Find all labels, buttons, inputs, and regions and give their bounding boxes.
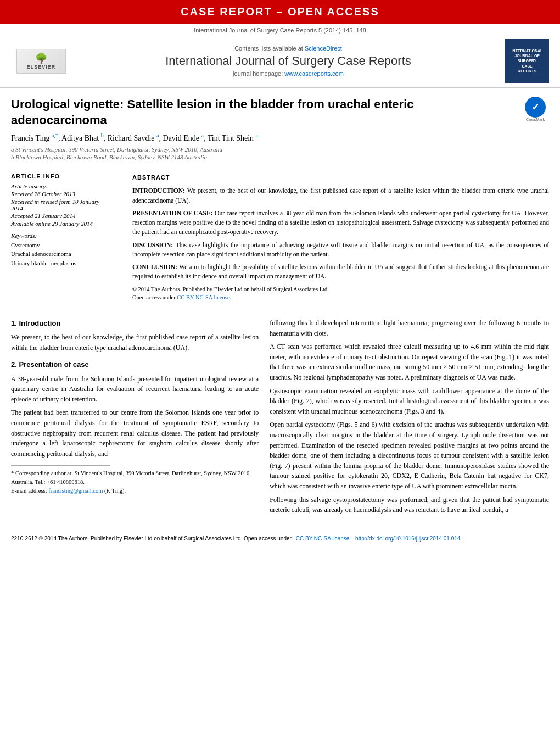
abstract-case: PRESENTATION OF CASE: Our case report in… — [132, 209, 549, 237]
right-text: following this had developed intermitten… — [270, 318, 549, 515]
article-info-divider — [121, 173, 121, 302]
abstract-label: ABSTRACT — [132, 173, 549, 182]
main-content: 1. Introduction We present, to the best … — [0, 309, 560, 531]
keywords-section: Keywords: Cystectomy Urachal adenocarcin… — [11, 232, 110, 268]
footer-doi-link[interactable]: http://dx.doi.org/10.1016/j.ijscr.2014.0… — [355, 535, 460, 542]
footnote-divider — [11, 465, 110, 466]
received-date: Received 26 October 2013 — [11, 191, 110, 197]
left-column: 1. Introduction We present, to the best … — [11, 318, 259, 522]
copyright: © 2014 The Authors. Published by Elsevie… — [132, 285, 549, 303]
section2-heading: 2. Presentation of case — [11, 359, 259, 370]
journal-homepage-link[interactable]: www.casereports.com — [284, 70, 344, 77]
keyword-1: Cystectomy — [11, 241, 110, 250]
section2-text: A 38-year-old male from the Solomon Isla… — [11, 374, 259, 459]
right-column: following this had developed intermitten… — [270, 318, 549, 522]
footer-issn: 2210-2612 © 2014 The Authors. Published … — [11, 535, 292, 542]
revised-date: Received in revised form 10 January 2014 — [11, 198, 110, 211]
article-info: ARTICLE INFO Article history: Received 2… — [11, 173, 110, 302]
page-footer: 2210-2612 © 2014 The Authors. Published … — [0, 531, 560, 546]
abstract-intro: INTRODUCTION: We present, to the best of… — [132, 186, 549, 205]
journal-info-row: International Journal of Surgery Case Re… — [0, 24, 560, 35]
sciencedirect-link[interactable]: ScienceDirect — [305, 45, 342, 52]
section1-text: We present, to the best of our knowledge… — [11, 332, 259, 353]
abstract-discussion: DISCUSSION: This case highlights the imp… — [132, 241, 549, 260]
article-title: Urological vignette: Satellite lesion in… — [11, 97, 511, 128]
history-label: Article history: — [11, 183, 110, 189]
footnote-text: * Corresponding author at: St Vincent's … — [11, 469, 259, 495]
top-section: 🌳 ELSEVIER Contents lists available at S… — [0, 35, 560, 88]
article-info-label: ARTICLE INFO — [11, 173, 110, 180]
header-banner: CASE REPORT – OPEN ACCESS — [0, 0, 560, 24]
crossmark-label: CrossMark — [526, 118, 545, 121]
affiliation-b: b Blacktown Hospital, Blacktown Road, Bl… — [11, 154, 549, 160]
affiliation-a: a St Vincent's Hospital, 390 Victoria St… — [11, 146, 549, 153]
crossmark-logo: ✓ CrossMark — [522, 97, 549, 124]
elsevier-logo: 🌳 ELSEVIER — [11, 44, 71, 77]
keyword-3: Urinary bladder neoplasms — [11, 259, 110, 268]
footnote-area: * Corresponding author at: St Vincent's … — [11, 465, 259, 495]
abstract-section: ABSTRACT INTRODUCTION: We present, to th… — [132, 173, 549, 302]
article-history: Article history: Received 26 October 201… — [11, 183, 110, 227]
abstract-text: INTRODUCTION: We present, to the best of… — [132, 186, 549, 281]
elsevier-image: 🌳 ELSEVIER — [16, 49, 66, 74]
journal-title: International Journal of Surgery Case Re… — [71, 54, 505, 68]
article-title-row: Urological vignette: Satellite lesion in… — [11, 97, 549, 128]
authors: Francis Ting a,*, Aditya Bhat b, Richard… — [11, 132, 549, 143]
sciencedirect-label: Contents lists available at ScienceDirec… — [71, 45, 505, 52]
elsevier-tree-icon: 🌳 — [35, 52, 47, 64]
article-title-section: Urological vignette: Satellite lesion in… — [0, 88, 560, 166]
available-date: Available online 29 January 2014 — [11, 220, 110, 227]
section1-heading: 1. Introduction — [11, 318, 259, 329]
banner-text: CASE REPORT – OPEN ACCESS — [181, 5, 379, 18]
accepted-date: Accepted 21 January 2014 — [11, 213, 110, 219]
keywords-label: Keywords: — [11, 232, 110, 239]
abstract-conclusion: CONCLUSION: We aim to highlight the poss… — [132, 263, 549, 282]
affiliations: a St Vincent's Hospital, 390 Victoria St… — [11, 146, 549, 160]
journal-info-text: International Journal of Surgery Case Re… — [194, 27, 366, 34]
keywords-list: Cystectomy Urachal adenocarcinoma Urinar… — [11, 241, 110, 268]
journal-center: Contents lists available at ScienceDirec… — [71, 45, 505, 77]
article-body: ARTICLE INFO Article history: Received 2… — [0, 166, 560, 309]
journal-right-logo: INTERNATIONAL JOURNAL OF SURGERY CASE RE… — [505, 39, 549, 83]
cc-license-link[interactable]: CC BY-NC-SA license. — [177, 294, 231, 300]
crossmark-circle-icon: ✓ — [525, 97, 546, 118]
keyword-2: Urachal adenocarcinoma — [11, 249, 110, 259]
footer-cc-link[interactable]: CC BY-NC-SA license. — [296, 535, 351, 542]
elsevier-brand-text: ELSEVIER — [27, 64, 56, 70]
email-link[interactable]: francisting@gmail.com — [48, 488, 103, 494]
journal-homepage: journal homepage: www.casereports.com — [71, 70, 505, 77]
